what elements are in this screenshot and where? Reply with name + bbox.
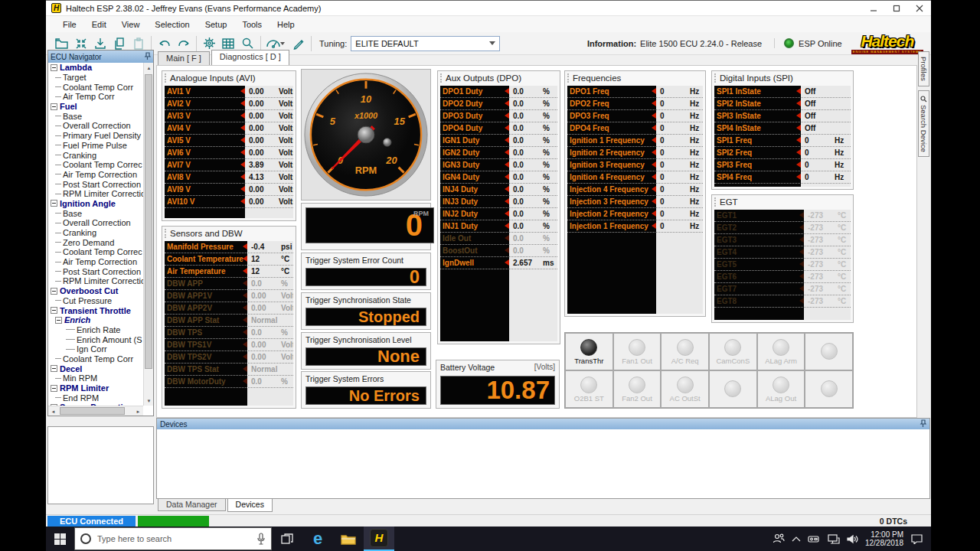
table-row[interactable]: INJ1 Duty0.0% xyxy=(440,220,557,233)
tree-item[interactable]: Coolant Temp Correc xyxy=(48,247,143,257)
tree-item[interactable]: Enrich xyxy=(48,315,143,325)
table-row[interactable]: AVI9 V0.00Volts xyxy=(165,184,293,196)
indicator-camcons[interactable]: CamConS xyxy=(709,333,757,370)
table-row[interactable]: EGT6-273°C xyxy=(714,271,851,283)
drag-grip-icon[interactable] xyxy=(567,73,570,83)
table-row[interactable]: DPO1 Duty0.0% xyxy=(440,86,557,98)
tree-item[interactable]: Decel xyxy=(48,364,143,373)
table-row[interactable]: SPI3 Freq0Hz xyxy=(714,159,851,171)
menu-help[interactable]: Help xyxy=(270,18,302,31)
tree-item[interactable]: Fuel xyxy=(48,102,143,112)
collapse-icon[interactable] xyxy=(51,103,57,110)
pin-button[interactable] xyxy=(920,419,926,429)
table-row[interactable]: EGT5-273°C xyxy=(714,259,851,271)
collapse-icon[interactable] xyxy=(51,385,57,392)
tree-item[interactable]: Enrich Rate xyxy=(48,325,143,335)
rpm-gauge-panel[interactable]: 05101520 x1000 RPM xyxy=(301,69,431,201)
table-row[interactable]: DBW TPS2V0.00Volts xyxy=(165,351,293,364)
scroll-right-icon[interactable]: ► xyxy=(133,406,143,416)
menu-view[interactable]: View xyxy=(114,18,148,31)
table-row[interactable]: DBW APP2V0.00Volts xyxy=(165,302,293,315)
table-row[interactable]: EGT4-273°C xyxy=(714,246,851,259)
tab-diagnostics[interactable]: Diagnostics [ D ] xyxy=(211,50,289,65)
tab-devices[interactable]: Devices xyxy=(227,499,273,512)
start-button[interactable] xyxy=(46,527,74,551)
table-row[interactable]: AVI8 V4.13Volts xyxy=(165,171,293,184)
table-row[interactable]: INJ2 Duty0.0% xyxy=(440,208,557,220)
menu-edit[interactable]: Edit xyxy=(84,18,114,31)
table-row[interactable]: SPI2 InStateOff xyxy=(714,98,851,110)
tree-item[interactable]: RPM Limiter xyxy=(48,383,143,393)
table-row[interactable]: DPO4 Freq0Hz xyxy=(567,122,703,135)
tree-item[interactable]: Air Temp Correction xyxy=(48,170,143,180)
tree-item[interactable]: Ign Corr xyxy=(48,344,143,354)
table-row[interactable]: Ignition 4 Frequency0Hz xyxy=(567,171,703,184)
indicator-o2b1-st[interactable]: O2B1 ST xyxy=(565,370,613,408)
chevron-up-icon[interactable] xyxy=(792,536,801,542)
menu-tools[interactable]: Tools xyxy=(234,18,270,31)
collapse-icon[interactable] xyxy=(51,64,57,71)
tab-profiles[interactable]: Profiles xyxy=(918,51,929,86)
table-row[interactable]: AVI3 V0.00Volts xyxy=(165,110,293,122)
collapse-icon[interactable] xyxy=(51,200,57,207)
battery-voltage-panel[interactable]: Battery Voltage [Volts] 10.87 xyxy=(436,360,560,409)
table-row[interactable]: AVI1 V0.00Volts xyxy=(165,86,293,98)
table-row[interactable]: AVI7 V3.89Volts xyxy=(165,159,293,171)
scrollbar-thumb[interactable] xyxy=(145,74,152,369)
table-row[interactable]: BoostOut0.0% xyxy=(440,245,557,257)
indicator-fan2-out[interactable]: Fan2 Out xyxy=(613,370,662,408)
taskbar-search-box[interactable]: Type here to search xyxy=(74,527,272,550)
drag-grip-icon[interactable] xyxy=(714,73,717,83)
table-row[interactable]: Injection 4 Frequency0Hz xyxy=(567,184,703,196)
tree-item[interactable]: Min RPM xyxy=(48,373,143,383)
table-row[interactable]: AVI10 V0.00Volts xyxy=(165,196,293,208)
table-row[interactable]: DBW TPS1V0.00Volts xyxy=(165,339,293,351)
table-row[interactable]: Injection 2 Frequency0Hz xyxy=(567,208,703,220)
indicator-transthr[interactable]: TransThr xyxy=(565,333,613,370)
rpm-display-panel[interactable]: RPM 0 xyxy=(301,203,431,250)
people-icon[interactable] xyxy=(773,533,785,544)
table-row[interactable]: DPO1 Freq0Hz xyxy=(567,86,703,98)
collapse-icon[interactable] xyxy=(55,317,62,324)
tree-item[interactable]: Cut Pressure xyxy=(48,296,143,306)
table-row[interactable]: AVI2 V0.00Volts xyxy=(165,98,293,110)
indicator-blank[interactable] xyxy=(805,333,853,370)
tree-item[interactable]: Post Start Correction xyxy=(48,266,143,276)
tree-item[interactable]: Target xyxy=(48,73,143,83)
maximize-button[interactable] xyxy=(885,1,908,15)
taskbar-clock[interactable]: 12:00 PM 12/28/2018 xyxy=(865,530,903,547)
tree-item[interactable]: End RPM xyxy=(48,393,143,403)
table-row[interactable]: DPO2 Duty0.0% xyxy=(440,98,557,110)
table-row[interactable]: SPI3 InStateOff xyxy=(714,110,851,122)
indicator-alag-arm[interactable]: ALag Arm xyxy=(757,333,805,370)
drag-grip-icon[interactable] xyxy=(165,73,167,83)
tree-item[interactable]: Coolant Temp Correc xyxy=(48,160,143,170)
table-row[interactable]: Injection 1 Frequency0Hz xyxy=(567,220,703,233)
drag-grip-icon[interactable] xyxy=(165,229,167,238)
tree-item[interactable]: Air Temp Correction xyxy=(48,257,143,267)
table-row[interactable]: AVI5 V0.00Volts xyxy=(165,135,293,147)
tree-item[interactable]: Post Start Correction xyxy=(48,179,143,189)
table-row[interactable]: Coolant Temperature12°C xyxy=(165,253,293,266)
tree-item[interactable]: Zero Demand xyxy=(48,237,143,247)
trigger-error-count-panel[interactable]: Trigger System Error Count 0 xyxy=(301,253,431,290)
tree-item[interactable]: Lambda xyxy=(48,63,143,73)
minimize-button[interactable] xyxy=(862,1,885,15)
table-row[interactable]: DPO3 Duty0.0% xyxy=(440,110,557,122)
tree-item[interactable]: Air Temp Corr xyxy=(48,92,143,102)
table-row[interactable]: AVI4 V0.00Volts xyxy=(165,122,293,135)
device-icon[interactable] xyxy=(808,534,821,543)
trigger-sync-state-panel[interactable]: Trigger Synchronisation State Stopped xyxy=(301,292,431,330)
table-row[interactable]: DBW TPS StatNormal xyxy=(165,364,293,376)
table-row[interactable]: INJ4 Duty0.0% xyxy=(440,184,557,196)
tree-item[interactable]: RPM Limiter Correctio xyxy=(48,276,143,286)
table-row[interactable]: Ignition 2 Frequency0Hz xyxy=(567,147,703,159)
tree-item[interactable]: Overall Correction xyxy=(48,121,143,131)
table-row[interactable]: IGN3 Duty0.0% xyxy=(440,159,557,171)
table-row[interactable]: DPO3 Freq0Hz xyxy=(567,110,703,122)
table-row[interactable]: Air Temperature12°C xyxy=(165,266,293,278)
horizontal-scrollbar[interactable]: ◄ ► xyxy=(48,406,143,416)
tree-item[interactable]: Coolant Temp Corr xyxy=(48,354,143,364)
action-center-icon[interactable] xyxy=(910,533,923,544)
table-row[interactable]: SPI4 InStateOff xyxy=(714,122,851,135)
